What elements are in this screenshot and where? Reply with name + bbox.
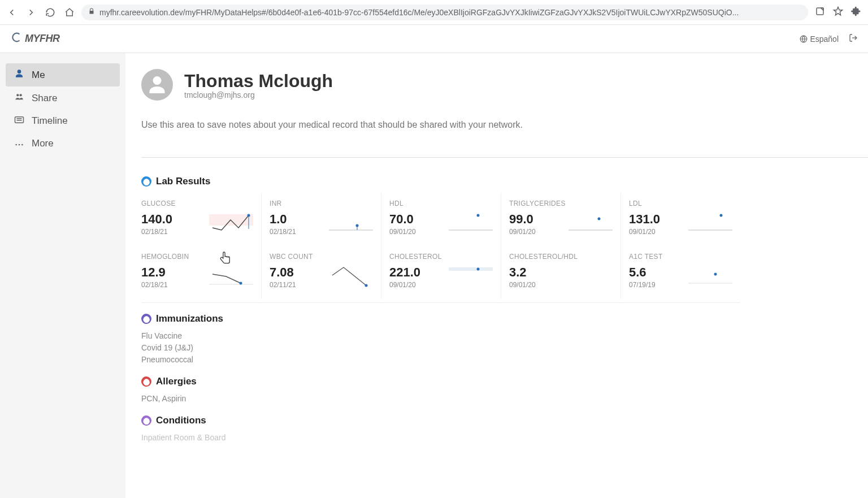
sidebar-item-timeline[interactable]: Timeline xyxy=(6,110,120,132)
section-header[interactable]: ⬤ Conditions xyxy=(141,415,868,426)
svg-point-21 xyxy=(240,282,242,285)
svg-rect-23 xyxy=(449,267,493,271)
svg-point-24 xyxy=(477,268,480,271)
sparkline-icon xyxy=(688,211,732,237)
sparkline-icon xyxy=(329,264,373,290)
section-title: Immunizations xyxy=(156,313,223,324)
svg-point-17 xyxy=(598,218,601,220)
notes-textarea[interactable] xyxy=(141,116,868,158)
lab-card[interactable]: HEMOGLOBIN12.902/18/21 xyxy=(141,246,261,299)
lab-date: 09/01/20 xyxy=(509,281,536,289)
allergies-text: PCN, Aspirin xyxy=(141,393,868,405)
forward-icon[interactable] xyxy=(26,7,36,18)
sidebar-item-more[interactable]: More xyxy=(6,132,120,155)
sparkline-icon xyxy=(568,264,613,290)
star-icon[interactable] xyxy=(833,6,843,19)
condition-icon: ⬤ xyxy=(141,415,151,426)
lab-card[interactable]: CHOLESTEROL/HDL3.209/01/20 xyxy=(501,246,620,299)
section-allergies: ⬤ Allergies PCN, Aspirin xyxy=(141,376,868,405)
url-text: myfhr.careevolution.dev/myFHR/MyDataHelp… xyxy=(99,8,739,17)
svg-point-3 xyxy=(20,94,22,96)
back-icon[interactable] xyxy=(7,7,17,18)
share-icon[interactable] xyxy=(815,6,825,19)
lab-card[interactable]: TRIGLYCERIDES99.009/01/20 xyxy=(501,193,620,246)
logo-text: MYFHR xyxy=(25,33,60,45)
section-header[interactable]: ⬤ Allergies xyxy=(141,376,868,387)
lab-date: 02/18/21 xyxy=(141,228,172,236)
browser-toolbar: myfhr.careevolution.dev/myFHR/MyDataHelp… xyxy=(0,0,868,25)
lab-value: 7.08 xyxy=(270,265,296,280)
alert-icon: ⬤ xyxy=(141,376,151,387)
sidebar: Me Share Timeline More xyxy=(0,53,125,498)
lab-value: 221.0 xyxy=(389,265,420,280)
svg-point-19 xyxy=(720,214,723,217)
section-header[interactable]: ⬤ Immunizations xyxy=(141,313,868,324)
lab-label: INR xyxy=(270,200,373,207)
url-bar[interactable]: myfhr.careevolution.dev/myFHR/MyDataHelp… xyxy=(81,5,808,20)
list-item: Pneumococcal xyxy=(141,354,868,366)
svg-point-2 xyxy=(16,94,19,96)
lab-value: 99.0 xyxy=(509,212,536,227)
svg-point-22 xyxy=(365,284,368,287)
svg-point-26 xyxy=(714,273,717,276)
avatar[interactable] xyxy=(141,69,173,101)
sidebar-item-label: More xyxy=(32,138,54,149)
section-title: Allergies xyxy=(156,376,197,387)
lab-date: 09/01/20 xyxy=(389,228,416,236)
lab-card[interactable]: LDL131.009/01/20 xyxy=(620,193,740,246)
extension-icon[interactable] xyxy=(851,6,861,19)
sparkline-icon xyxy=(568,211,613,237)
svg-point-6 xyxy=(19,144,20,146)
lab-card[interactable]: CHOLESTEROL221.009/01/20 xyxy=(381,246,501,299)
sparkline-icon xyxy=(209,264,253,290)
section-header[interactable]: ⬤ Lab Results xyxy=(141,176,868,187)
logout-icon[interactable] xyxy=(849,33,858,44)
lab-card[interactable]: A1C TEST5.607/19/19 xyxy=(620,246,740,299)
section-title: Lab Results xyxy=(156,176,210,187)
sparkline-icon xyxy=(688,264,732,290)
sidebar-item-label: Timeline xyxy=(32,115,68,127)
language-toggle[interactable]: Español xyxy=(800,34,839,44)
user-icon xyxy=(14,69,25,81)
lab-value: 1.0 xyxy=(270,212,296,227)
home-icon[interactable] xyxy=(64,7,75,18)
conditions-text: Inpatient Room & Board xyxy=(141,432,868,444)
lab-card[interactable]: GLUCOSE140.002/18/21 xyxy=(141,193,261,246)
lab-label: HDL xyxy=(389,200,493,207)
profile-name: Thomas Mclough xyxy=(184,71,333,92)
sparkline-icon xyxy=(449,211,493,237)
lab-label: CHOLESTEROL/HDL xyxy=(509,253,613,261)
section-immunizations: ⬤ Immunizations Flu VaccineCovid 19 (J&J… xyxy=(141,313,868,366)
app-logo[interactable]: MYFHR xyxy=(10,31,60,46)
lab-label: A1C TEST xyxy=(629,253,732,261)
lab-value: 12.9 xyxy=(141,265,168,280)
immunizations-list: Flu VaccineCovid 19 (J&J)Pneumococcal xyxy=(141,330,868,366)
profile-header: Thomas Mclough tmclough@mjhs.org xyxy=(141,69,868,101)
syringe-icon: ⬤ xyxy=(141,314,151,324)
lab-card[interactable]: WBC COUNT7.0802/11/21 xyxy=(261,246,381,299)
lab-label: LDL xyxy=(629,200,732,207)
lab-date: 07/19/19 xyxy=(629,281,656,289)
more-icon xyxy=(14,138,25,149)
lab-label: HEMOGLOBIN xyxy=(141,253,253,261)
flask-icon: ⬤ xyxy=(141,176,151,187)
lab-date: 02/11/21 xyxy=(270,281,296,289)
lab-card[interactable]: INR1.002/18/21 xyxy=(261,193,381,246)
main-content: Thomas Mclough tmclough@mjhs.org ⬤ Lab R… xyxy=(125,53,868,498)
reload-icon[interactable] xyxy=(45,7,55,18)
sparkline-icon xyxy=(329,211,373,237)
sparkline-icon xyxy=(209,211,253,237)
svg-rect-8 xyxy=(209,214,253,226)
profile-email: tmclough@mjhs.org xyxy=(184,90,333,99)
section-lab-results: ⬤ Lab Results GLUCOSE140.002/18/21INR1.0… xyxy=(141,176,868,303)
lab-date: 09/01/20 xyxy=(509,228,536,236)
list-item: Covid 19 (J&J) xyxy=(141,342,868,354)
svg-point-5 xyxy=(15,144,17,146)
lab-date: 02/18/21 xyxy=(141,281,168,289)
app-header: MYFHR Español xyxy=(0,25,868,53)
lab-card[interactable]: HDL70.009/01/20 xyxy=(381,193,501,246)
users-icon xyxy=(14,92,25,104)
sidebar-item-share[interactable]: Share xyxy=(6,86,120,110)
lab-value: 5.6 xyxy=(629,265,656,280)
sidebar-item-me[interactable]: Me xyxy=(6,63,120,86)
